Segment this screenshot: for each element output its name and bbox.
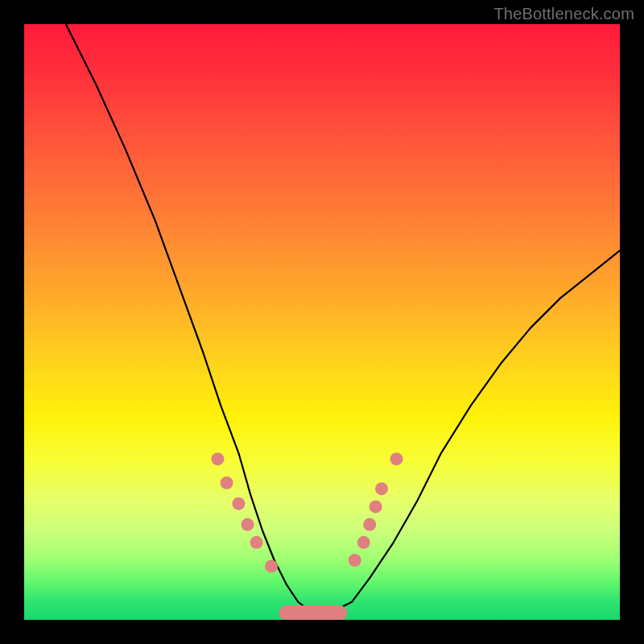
plot-area [24, 24, 620, 620]
marker-dot [242, 518, 254, 531]
markers-group [212, 452, 403, 613]
marker-dot [369, 500, 382, 513]
marker-dot [363, 518, 376, 531]
marker-dot [349, 554, 361, 567]
marker-dot [221, 477, 233, 489]
marker-dot [232, 497, 245, 510]
marker-dot [390, 452, 403, 465]
marker-dot [250, 536, 263, 549]
marker-dot [357, 536, 370, 549]
watermark-text: TheBottleneck.com [493, 5, 634, 23]
marker-dot [212, 452, 225, 465]
chart-svg [24, 24, 620, 620]
bottleneck-curve [66, 24, 620, 614]
marker-dot [375, 482, 388, 495]
marker-dot [265, 559, 278, 572]
chart-frame: TheBottleneck.com [0, 0, 644, 644]
